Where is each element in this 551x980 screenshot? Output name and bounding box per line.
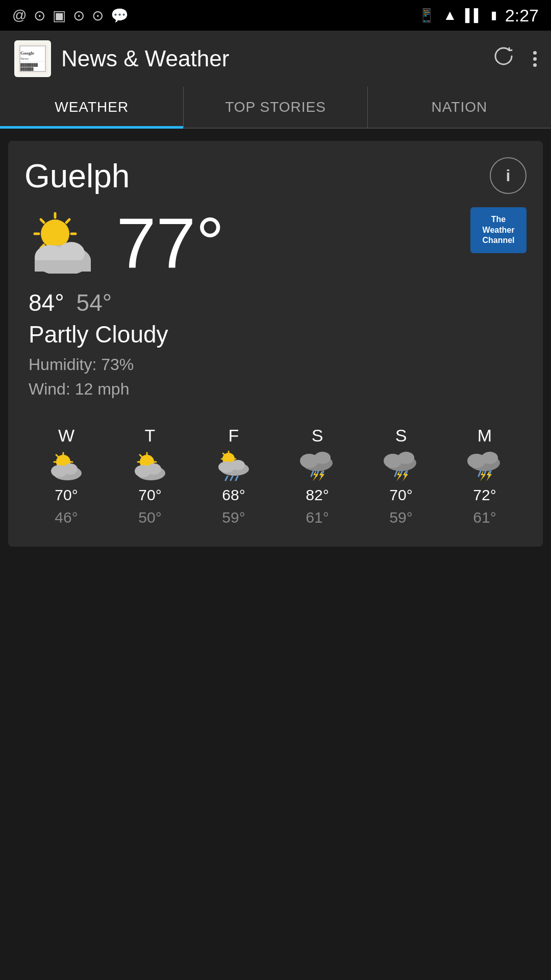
main-weather-icon (24, 207, 106, 274)
tab-nation[interactable]: NATION (368, 87, 551, 128)
weather-card: Guelph i (8, 141, 543, 547)
at-icon: @ (12, 7, 27, 23)
chat-icon: 💬 (111, 7, 129, 24)
svg-line-35 (140, 455, 142, 457)
signal-icon: ▌▌ (465, 8, 483, 22)
more-options-button[interactable] (533, 47, 537, 70)
status-icons-right: 📱 ▲ ▌▌ ▮ 2:27 (418, 6, 539, 26)
card-header: Guelph i (24, 157, 527, 195)
current-temperature: 77° (116, 207, 224, 279)
clock: 2:27 (505, 6, 539, 26)
app-logo: Google News ████████ ██████ (14, 40, 51, 77)
steam3-icon: ⊙ (92, 7, 104, 24)
high-low: 84° 54° (29, 289, 527, 316)
condition-text: Partly Cloudy (29, 321, 527, 348)
battery-icon: ▮ (491, 9, 497, 22)
svg-line-51 (236, 476, 238, 480)
svg-point-54 (314, 452, 331, 464)
forecast-day-f: F 68° 59° (192, 426, 276, 526)
high-temperature: 84° (29, 289, 64, 316)
svg-line-55 (311, 471, 313, 476)
wind-text: Wind: 12 mph (29, 377, 527, 401)
svg-rect-19 (35, 260, 91, 272)
refresh-button[interactable] (492, 45, 515, 72)
svg-text:██████: ██████ (20, 67, 34, 71)
forecast-icon-f (216, 451, 251, 481)
svg-line-49 (226, 476, 228, 480)
app-title: News & Weather (61, 46, 482, 71)
forecast-icon-m (467, 451, 502, 481)
steam-icon: ⊙ (34, 7, 45, 24)
svg-line-12 (41, 219, 44, 223)
main-content: Guelph i (0, 129, 551, 559)
forecast-day-s1: S 82° 61° (276, 426, 359, 526)
svg-line-14 (66, 219, 69, 223)
wifi-icon: ▲ (443, 7, 457, 23)
weather-channel-badge: TheWeatherChannel (470, 207, 527, 253)
steam2-icon: ⊙ (73, 7, 85, 24)
svg-line-44 (223, 453, 225, 455)
forecast-day-t: T 70° 50° (108, 426, 192, 526)
svg-point-48 (231, 460, 245, 470)
tab-top-stories[interactable]: TOP STORIES (184, 87, 367, 128)
forecast-icon-s1 (300, 451, 335, 481)
forecast-icon-s2 (384, 451, 418, 481)
svg-point-62 (398, 452, 414, 464)
image-icon: ▣ (53, 7, 66, 24)
status-bar: @ ⊙ ▣ ⊙ ⊙ 💬 📱 ▲ ▌▌ ▮ 2:27 (0, 0, 551, 31)
app-bar-actions (492, 45, 537, 72)
app-bar: Google News ████████ ██████ News & Weath… (0, 31, 551, 87)
forecast-day-w: W 70° 46° (24, 426, 108, 526)
info-button[interactable]: i (490, 157, 527, 194)
forecast-row: W 70° 46° T (24, 426, 527, 526)
svg-point-70 (482, 452, 498, 464)
svg-point-29 (63, 463, 78, 475)
weather-details: 84° 54° Partly Cloudy Humidity: 73% Wind… (24, 289, 527, 401)
svg-line-63 (395, 471, 397, 476)
tabs: WEATHER TOP STORIES NATION (0, 87, 551, 129)
phone-icon: 📱 (418, 8, 435, 23)
svg-line-50 (231, 476, 233, 480)
forecast-icon-w (49, 451, 84, 481)
svg-text:News: News (20, 57, 29, 61)
city-name: Guelph (24, 157, 130, 195)
svg-line-71 (479, 471, 481, 476)
forecast-day-s2: S 70° 59° (359, 426, 443, 526)
svg-text:████████: ████████ (20, 63, 38, 67)
forecast-day-m: M 72° 61° (443, 426, 527, 526)
svg-text:Google: Google (20, 51, 34, 56)
forecast-icon-t (133, 451, 167, 481)
svg-point-39 (147, 463, 161, 475)
svg-line-25 (56, 455, 58, 457)
status-icons-left: @ ⊙ ▣ ⊙ ⊙ 💬 (12, 7, 129, 24)
humidity-text: Humidity: 73% (29, 352, 527, 377)
low-temperature: 54° (77, 289, 112, 316)
tab-weather[interactable]: WEATHER (0, 87, 184, 128)
